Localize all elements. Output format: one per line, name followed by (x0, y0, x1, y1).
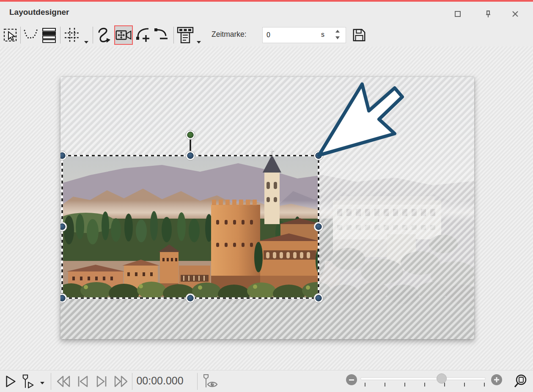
play-from-timemark-icon (21, 373, 37, 390)
preview-eye-icon (202, 373, 221, 390)
play-icon (4, 375, 17, 388)
save-button[interactable] (351, 25, 367, 45)
zoom-out-button[interactable] (346, 374, 357, 385)
grid-dropdown-caret[interactable] (84, 39, 89, 42)
time-display: 00:00.000 (135, 375, 184, 387)
save-icon (352, 27, 366, 43)
zoom-tick (464, 383, 465, 387)
zoom-slider-ticks (360, 383, 486, 388)
layoutdesigner-window: { "window": { "title": "Layoutdesigner",… (0, 0, 533, 392)
fast-forward-button[interactable] (113, 374, 129, 389)
motion-path-tool-button[interactable] (22, 25, 39, 45)
handle-middle-right[interactable] (314, 222, 323, 231)
play-button[interactable] (3, 374, 18, 389)
toolbar-separator (20, 27, 21, 44)
skip-to-start-icon (76, 375, 90, 388)
zoom-in-button[interactable] (491, 374, 502, 385)
select-tool-button[interactable] (3, 25, 19, 45)
zeitmarke-field: s (262, 27, 346, 43)
play-options-caret[interactable] (40, 380, 45, 383)
zoom-slider-track[interactable] (360, 377, 486, 380)
zeitmarke-input[interactable] (263, 27, 326, 43)
spinner-arrows-icon (335, 29, 340, 40)
add-keyframe-button[interactable] (135, 25, 152, 45)
remove-keyframe-icon (153, 26, 170, 44)
maximize-icon (454, 11, 461, 17)
zoom-tick (484, 383, 485, 387)
toolbar-separator (197, 373, 198, 390)
plus-icon (494, 377, 500, 383)
pin-button[interactable] (482, 8, 495, 19)
minus-icon (349, 379, 354, 381)
zoom-tick (404, 383, 405, 387)
grid-icon (63, 26, 81, 44)
titlebar: Layoutdesigner (0, 2, 533, 24)
toolbar-separator (60, 27, 60, 44)
zeitmarke-spinner[interactable] (333, 28, 342, 42)
handle-bottom-center[interactable] (186, 293, 195, 303)
grid-tool-button[interactable] (63, 25, 81, 45)
zeitmarke-unit: s (321, 31, 324, 38)
zoom-tick (424, 383, 425, 387)
chevron-down-icon (196, 41, 201, 44)
remove-keyframe-button[interactable] (153, 25, 170, 45)
rewind-icon (55, 375, 72, 388)
pin-icon (484, 10, 492, 18)
chevron-down-icon (40, 381, 45, 385)
playback-toolbar: 00:00.000 (0, 370, 533, 392)
workspace (0, 47, 533, 370)
handle-top-center[interactable] (186, 151, 195, 160)
zoom-tick (365, 383, 365, 387)
toolbar-separator (93, 27, 93, 44)
layout-canvas[interactable] (60, 77, 474, 339)
toolbar-separator (173, 27, 174, 44)
window-title: Layoutdesigner (9, 8, 69, 17)
motion-curve-icon (96, 26, 113, 44)
zeitmarke-label: Zeitmarke: (212, 30, 247, 39)
keyframe-list-button[interactable] (176, 25, 194, 45)
zoom-fit-button[interactable] (512, 373, 529, 389)
main-toolbar: Zeitmarke: s (0, 24, 533, 47)
zoom-tick (385, 383, 385, 387)
zoom-fit-icon (513, 374, 528, 389)
maximize-button[interactable] (451, 8, 464, 19)
close-button[interactable] (509, 8, 522, 19)
preview-at-timemark-button[interactable] (202, 373, 221, 390)
skip-to-end-icon (94, 375, 109, 388)
zoom-tick (444, 383, 445, 387)
close-icon (512, 11, 519, 17)
camera-pan-icon (115, 27, 132, 43)
select-tool-icon (3, 26, 18, 44)
layers-tool-button[interactable] (41, 25, 58, 45)
play-from-timemark-button[interactable] (20, 373, 37, 390)
motion-path-icon (22, 26, 39, 44)
add-keyframe-icon (135, 26, 152, 44)
rotation-handle[interactable] (186, 130, 195, 140)
skip-to-end-button[interactable] (94, 374, 109, 389)
keyframe-list-dropdown-caret[interactable] (196, 39, 201, 42)
toolbar-separator (132, 373, 132, 390)
zoom-slider-thumb[interactable] (437, 373, 447, 384)
camera-pan-tool-button[interactable] (114, 25, 133, 45)
layers-icon (41, 26, 58, 44)
keyframe-list-icon (177, 26, 194, 44)
handle-bottom-right[interactable] (314, 293, 323, 303)
canvas-svg (60, 77, 474, 339)
rewind-button[interactable] (55, 374, 72, 389)
chevron-down-icon (84, 41, 89, 44)
toolbar-separator (51, 373, 51, 390)
skip-to-start-button[interactable] (75, 374, 91, 389)
fast-forward-icon (113, 375, 129, 388)
motion-curve-tool-button[interactable] (96, 25, 113, 45)
